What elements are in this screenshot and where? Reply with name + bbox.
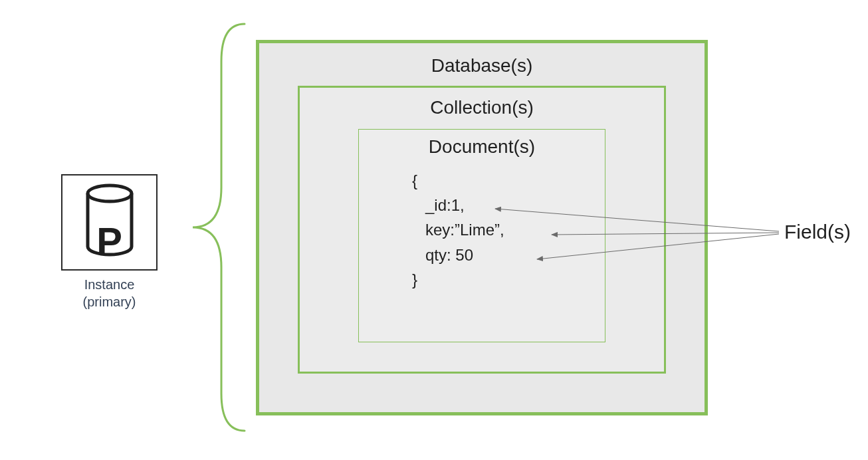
doc-close-brace: } <box>412 271 417 288</box>
collection-box: Collection(s) Document(s) { _id:1, key:”… <box>298 86 666 374</box>
instance-label: Instance (primary) <box>61 276 158 310</box>
doc-open-brace: { <box>412 172 417 189</box>
instance-label-line1: Instance <box>84 277 135 292</box>
document-box: Document(s) { _id:1, key:”Lime”, qty: 50… <box>358 129 605 342</box>
doc-field-qty: qty: 50 <box>412 246 473 264</box>
diagram-canvas: P Instance (primary) Database(s) Collect… <box>0 0 868 460</box>
document-label: Document(s) <box>359 130 605 158</box>
instance-label-line2: (primary) <box>83 294 136 309</box>
database-label: Database(s) <box>259 43 705 76</box>
doc-field-key: key:”Lime”, <box>412 221 504 239</box>
collection-label: Collection(s) <box>300 88 664 118</box>
doc-field-id: _id:1, <box>412 196 465 214</box>
document-content: { _id:1, key:”Lime”, qty: 50 } <box>412 168 504 292</box>
instance-box: P <box>61 174 158 271</box>
instance-letter: P <box>96 222 122 261</box>
curly-brace-icon <box>185 21 248 433</box>
svg-point-0 <box>88 185 132 201</box>
database-box: Database(s) Collection(s) Document(s) { … <box>256 40 708 415</box>
fields-label: Field(s) <box>784 221 851 243</box>
